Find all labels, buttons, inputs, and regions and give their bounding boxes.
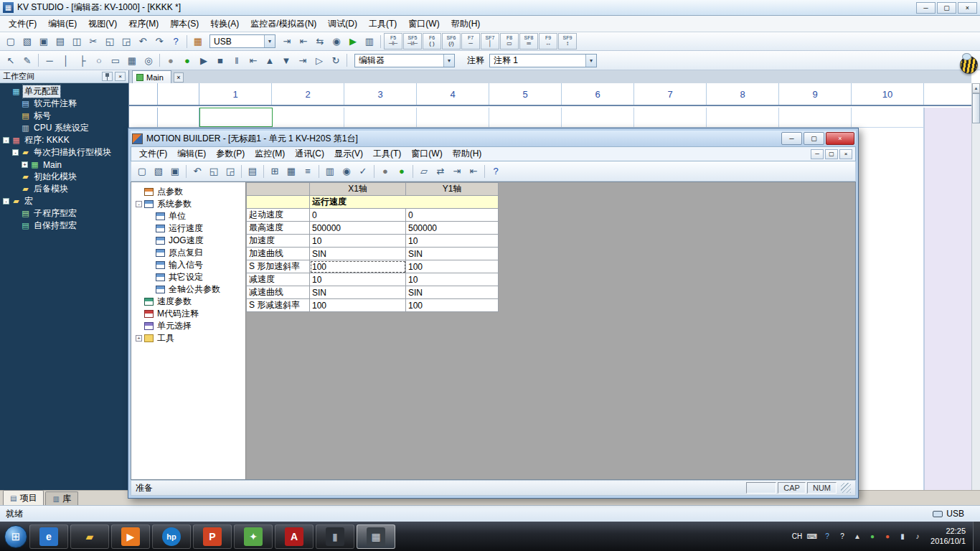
menu-item-8[interactable]: 调试(D) [322, 16, 363, 32]
point-param-view-icon[interactable]: ⊞ [267, 164, 283, 179]
param-value-cell[interactable]: 0 [310, 209, 406, 222]
verify-icon[interactable]: ⇆ [312, 34, 328, 50]
mb-menu-item-4[interactable]: 监控(M) [250, 146, 290, 161]
kv-title-bar[interactable]: ▦ KV STUDIO - [编辑器: KV-1000] - [KKKK *] … [0, 0, 980, 16]
mb-tree-item-8[interactable]: 其它设定 [131, 271, 245, 283]
print-icon[interactable]: ▤ [245, 164, 260, 179]
taskbar-media-player-button[interactable]: ▶ [111, 524, 150, 549]
mdi-restore-button[interactable]: ▢ [825, 149, 838, 159]
read-from-plc-icon[interactable]: ⇤ [296, 34, 311, 50]
mb-maximize-button[interactable]: ▢ [804, 132, 824, 145]
grid-view-icon[interactable]: ▦ [124, 52, 140, 68]
fn-sf9-button[interactable]: SF9↕ [558, 33, 577, 50]
dropdown-arrow-icon[interactable]: ▾ [264, 35, 275, 47]
mdi-close-button[interactable]: × [839, 149, 852, 159]
param-value-cell[interactable]: 10 [406, 273, 499, 286]
axis-column-header[interactable]: Y1轴 [406, 183, 499, 196]
workspace-item-5[interactable]: -▦程序: KKKK [0, 134, 128, 146]
vertical-scrollbar[interactable]: ▲ ▼ [971, 83, 980, 505]
fn-f7-button[interactable]: F7─ [461, 33, 480, 50]
monitor-mode-icon[interactable]: ◉ [329, 34, 344, 50]
param-value-cell[interactable]: 10 [406, 235, 499, 248]
undo-icon[interactable]: ↶ [189, 164, 205, 179]
copy-icon[interactable]: ◱ [102, 34, 118, 50]
menu-item-9[interactable]: 工具(T) [363, 16, 402, 32]
run-to-icon[interactable]: ▷ [311, 52, 327, 68]
mb-tree-item-3[interactable]: 单位 [131, 210, 245, 222]
coil-icon[interactable]: ○ [91, 52, 107, 68]
mb-tree-item-1[interactable]: 点参数 [131, 186, 245, 198]
play-icon[interactable]: ▶ [196, 52, 212, 68]
axis-column-header[interactable]: X1轴 [310, 183, 406, 196]
workspace-item-12[interactable]: ▤自保持型宏 [0, 220, 128, 232]
workspace-item-1[interactable]: ▦单元配置 [0, 85, 128, 98]
usb-connection-combo[interactable]: USB ▾ [209, 34, 275, 48]
workspace-close-button[interactable]: × [115, 72, 126, 81]
workspace-item-11[interactable]: ▤子程序型宏 [0, 207, 128, 220]
workspace-item-6[interactable]: -▰每次扫描执行型模块 [0, 146, 128, 159]
fn-f9-button[interactable]: F9↔ [539, 33, 557, 50]
taskbar-ie-button[interactable]: e [29, 524, 68, 549]
mb-tree-item-2[interactable]: -系统参数 [131, 198, 245, 210]
volume-icon[interactable]: ♪ [912, 531, 923, 542]
mb-menu-item-9[interactable]: 帮助(H) [448, 146, 487, 161]
new-icon[interactable]: ▢ [134, 164, 150, 179]
unit-write-icon[interactable]: ⇥ [449, 164, 465, 179]
workspace-item-7[interactable]: +▦Main [0, 159, 128, 171]
open-icon[interactable]: ▧ [151, 164, 166, 179]
select-mode-icon[interactable]: ↖ [3, 52, 19, 68]
mb-tree-item-12[interactable]: 单元选择 [131, 320, 245, 332]
dropdown-arrow-icon[interactable]: ▾ [443, 55, 454, 67]
tree-expander[interactable]: - [3, 198, 9, 204]
paste-icon[interactable]: ◲ [222, 164, 238, 179]
start-button[interactable]: ⊞ [4, 525, 27, 548]
taskbar-clock[interactable]: 22:25 2016/10/1 [925, 527, 971, 547]
param-value-cell[interactable]: 100 [406, 299, 499, 312]
tree-expander[interactable]: - [12, 149, 19, 156]
menu-item-4[interactable]: 程序(M) [123, 16, 164, 32]
taskbar-server-app-button[interactable]: ▮ [316, 524, 354, 549]
param-value-cell[interactable]: 10 [310, 235, 406, 248]
taskbar-pdf-reader-button[interactable]: A [275, 524, 314, 549]
paste-icon[interactable]: ◲ [118, 34, 134, 50]
mb-tree-item-13[interactable]: +工具 [131, 332, 245, 344]
param-value-cell[interactable]: SIN [310, 286, 406, 299]
simulator-icon[interactable]: ▶ [345, 34, 361, 50]
run-circle-icon[interactable]: ● [394, 164, 410, 179]
run-circle-icon[interactable]: ● [179, 52, 195, 68]
taskbar-hp-button[interactable]: hp [152, 524, 191, 549]
help-icon[interactable]: ? [168, 34, 184, 50]
dropdown-arrow-icon[interactable]: ▾ [585, 55, 596, 67]
workspace-item-10[interactable]: -▰宏 [0, 195, 128, 207]
mb-menu-item-5[interactable]: 通讯(C) [290, 146, 329, 161]
function-box-icon[interactable]: ▭ [108, 52, 123, 68]
menu-item-2[interactable]: 编辑(E) [42, 16, 83, 32]
print-preview-icon[interactable]: ◫ [69, 34, 85, 50]
hidden-icons-arrow[interactable]: ▲ [852, 531, 863, 542]
mb-menu-item-7[interactable]: 工具(T) [368, 146, 406, 161]
tab-project[interactable]: ▤ 项目 [3, 490, 44, 505]
fn-sf5-button[interactable]: SF5⊣/⊢ [403, 33, 422, 50]
param-value-cell[interactable]: SIN [310, 248, 406, 260]
menu-item-1[interactable]: 文件(F) [3, 16, 42, 32]
list-view-icon[interactable]: ≡ [300, 164, 316, 179]
selected-cell[interactable] [199, 108, 273, 127]
tree-expander[interactable]: + [136, 335, 142, 342]
monitor-icon[interactable]: ◉ [339, 164, 354, 179]
menu-item-5[interactable]: 脚本(S) [164, 16, 204, 32]
mb-tree-item-11[interactable]: M代码注释 [131, 308, 245, 320]
tab-library[interactable]: ▥ 库 [45, 491, 77, 505]
menu-item-11[interactable]: 帮助(H) [446, 16, 486, 32]
mb-menu-item-1[interactable]: 文件(F) [134, 146, 172, 161]
save-project-icon[interactable]: ▣ [36, 34, 52, 50]
workspace-header[interactable]: 工作空间 × [0, 70, 128, 83]
param-value-cell[interactable]: 0 [406, 209, 499, 222]
mb-menu-item-6[interactable]: 显示(V) [329, 146, 368, 161]
show-desktop-button[interactable] [973, 522, 980, 551]
param-value-cell[interactable]: 100 [310, 299, 406, 312]
param-value-cell[interactable]: 100 [310, 260, 406, 273]
step-up-icon[interactable]: ▲ [262, 52, 278, 68]
param-value-cell[interactable]: 500000 [406, 222, 499, 235]
stop-icon[interactable]: ■ [212, 52, 228, 68]
branch-icon[interactable]: ├ [75, 52, 90, 68]
